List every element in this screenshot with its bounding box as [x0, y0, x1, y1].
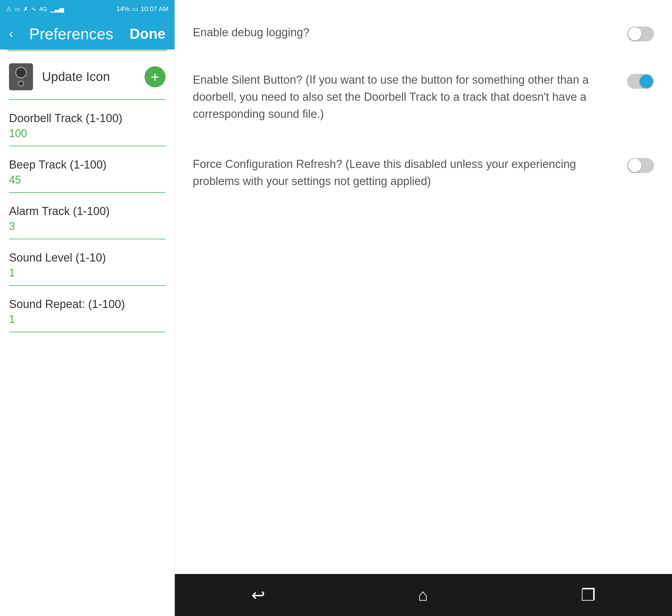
status-bar: ⚠ ▭ ✗ ∿ 4G ▁▃▅ 14% ▭ 10:07 AM [0, 0, 175, 18]
time-display: 10:07 AM [141, 5, 169, 13]
force-refresh-label: Force Configuration Refresh? (Leave this… [193, 156, 627, 190]
silent-button-label: Enable Silent Button? (If you want to us… [193, 71, 627, 123]
bottom-nav-bar: ↩ ⌂ ❐ [175, 574, 672, 616]
doorbell-track-value[interactable]: 100 [9, 127, 166, 140]
home-nav-icon: ⌂ [418, 585, 428, 605]
update-icon-label: Update Icon [42, 70, 145, 84]
speaker-icon [9, 63, 33, 90]
update-icon-row: Update Icon + [9, 51, 166, 100]
screen-icon: ▭ [14, 5, 20, 13]
debug-logging-label: Enable debug logging? [193, 24, 627, 41]
recents-nav-button[interactable]: ❐ [581, 585, 596, 605]
doorbell-track-label: Doorbell Track (1-100) [9, 112, 166, 125]
back-nav-icon: ↩ [251, 585, 265, 605]
speaker-circle-small [18, 81, 24, 87]
force-refresh-row: Force Configuration Refresh? (Leave this… [193, 144, 654, 202]
speaker-circle-large [15, 67, 27, 78]
silent-button-row: Enable Silent Button? (If you want to us… [193, 59, 654, 135]
alarm-track-value[interactable]: 3 [9, 220, 166, 233]
home-nav-button[interactable]: ⌂ [418, 585, 428, 605]
beep-track-label: Beep Track (1-100) [9, 158, 166, 171]
signal-icon: 4G [39, 6, 47, 13]
beep-track-row: Beep Track (1-100) 45 [9, 146, 166, 193]
alert-icon: ⚠ [6, 5, 11, 13]
wifi-icon: ∿ [31, 5, 36, 13]
page-title: Preferences [29, 25, 113, 43]
left-content: Update Icon + Doorbell Track (1-100) 100… [0, 51, 175, 332]
sound-level-row: Sound Level (1-10) 1 [9, 239, 166, 286]
done-button[interactable]: Done [130, 25, 166, 42]
bars-icon: ▁▃▅ [50, 5, 64, 13]
right-panel: Enable debug logging? Enable Silent Butt… [175, 0, 672, 616]
back-nav-button[interactable]: ↩ [251, 585, 265, 605]
alarm-track-row: Alarm Track (1-100) 3 [9, 193, 166, 239]
doorbell-track-row: Doorbell Track (1-100) 100 [9, 100, 166, 146]
status-bar-right: 14% ▭ 10:07 AM [116, 5, 169, 13]
sound-level-label: Sound Level (1-10) [9, 251, 166, 264]
sound-repeat-row: Sound Repeat: (1-100) 1 [9, 286, 166, 332]
sound-level-value[interactable]: 1 [9, 267, 166, 279]
silent-button-thumb [640, 75, 653, 88]
force-refresh-thumb [628, 159, 641, 172]
debug-logging-toggle[interactable] [627, 26, 654, 41]
sound-repeat-value[interactable]: 1 [9, 313, 166, 326]
silent-button-toggle[interactable] [627, 74, 654, 89]
phone-panel: ⚠ ▭ ✗ ∿ 4G ▁▃▅ 14% ▭ 10:07 AM ‹ Preferen… [0, 0, 175, 616]
debug-logging-thumb [628, 27, 641, 40]
status-bar-left: ⚠ ▭ ✗ ∿ 4G ▁▃▅ [6, 5, 64, 13]
debug-logging-row: Enable debug logging? [193, 12, 654, 53]
nav-bar: ‹ Preferences Done [0, 18, 175, 49]
add-icon-button[interactable]: + [145, 66, 166, 87]
recents-nav-icon: ❐ [581, 585, 596, 605]
battery-icon: ▭ [132, 5, 138, 13]
alarm-track-label: Alarm Track (1-100) [9, 205, 166, 218]
sound-repeat-label: Sound Repeat: (1-100) [9, 298, 166, 311]
back-button[interactable]: ‹ [9, 27, 13, 40]
bluetooth-icon: ✗ [23, 5, 28, 13]
beep-track-value[interactable]: 45 [9, 174, 166, 186]
battery-percent: 14% [116, 5, 130, 13]
force-refresh-toggle[interactable] [627, 158, 654, 173]
